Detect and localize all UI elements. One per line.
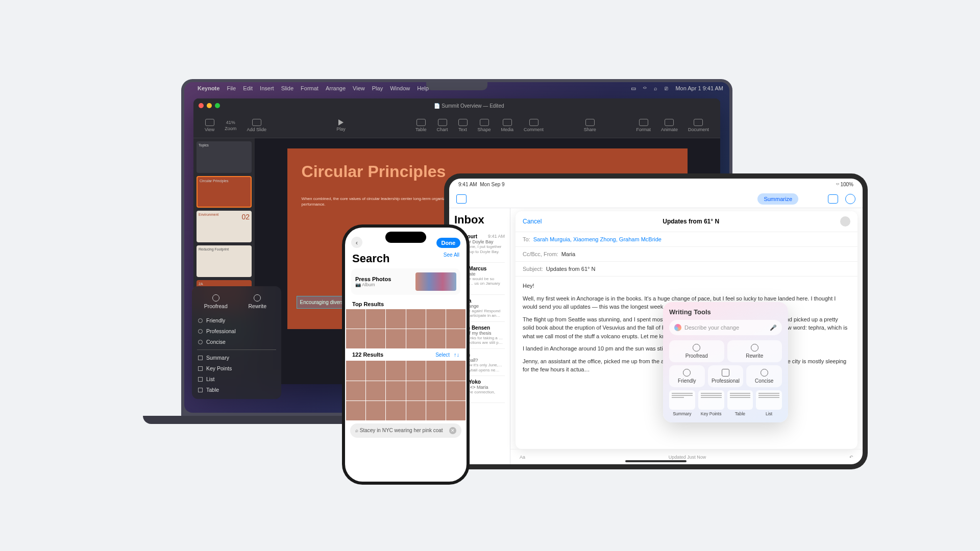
menu-play[interactable]: Play — [372, 85, 383, 91]
photo-thumb[interactable] — [426, 361, 446, 380]
tool-comment[interactable]: Comment — [519, 119, 549, 132]
tool-text[interactable]: Text — [453, 119, 473, 132]
photo-thumb[interactable] — [446, 329, 465, 348]
photo-thumb[interactable] — [346, 361, 365, 380]
photo-thumb[interactable] — [386, 401, 405, 420]
compose-icon[interactable] — [828, 194, 838, 204]
slide-thumb[interactable]: Reducing Footprint — [197, 245, 252, 277]
tool-add-slide[interactable]: Add Slide — [241, 119, 272, 132]
menu-insert[interactable]: Insert — [260, 85, 274, 91]
slide-thumb[interactable]: Topics — [197, 141, 252, 173]
menu-help[interactable]: Help — [417, 85, 429, 91]
photo-thumb[interactable] — [366, 361, 385, 380]
more-icon[interactable] — [845, 194, 855, 204]
photo-thumb[interactable] — [366, 329, 385, 348]
menu-view[interactable]: View — [353, 85, 365, 91]
menu-format[interactable]: Format — [301, 85, 318, 91]
menubar-app[interactable]: Keynote — [198, 85, 219, 91]
cancel-button[interactable]: Cancel — [523, 218, 542, 225]
tool-zoom[interactable]: 41%Zoom — [219, 120, 241, 131]
tool-document[interactable]: Document — [683, 119, 714, 132]
summarize-button[interactable]: Summarize — [757, 193, 798, 205]
photo-thumb[interactable] — [406, 361, 426, 380]
menu-edit[interactable]: Edit — [243, 85, 253, 91]
search-icon[interactable]: ⌕ — [654, 85, 657, 91]
tone-concise[interactable]: Concise — [746, 365, 782, 387]
describe-change-input[interactable]: Describe your change 🎤 — [669, 320, 782, 335]
wifi-icon[interactable]: ⌔ — [643, 85, 647, 91]
battery-icon[interactable]: ▭ — [631, 85, 636, 92]
photo-thumb[interactable] — [426, 329, 446, 348]
photo-thumb[interactable] — [426, 401, 446, 420]
subject-field[interactable]: Subject:Updates from 61° N — [516, 262, 857, 277]
back-button[interactable]: ‹ — [351, 237, 362, 248]
photo-thumb[interactable] — [406, 401, 426, 420]
slide-thumb[interactable]: Circular Principles — [197, 176, 252, 208]
select-button[interactable]: Select — [435, 352, 450, 358]
tool-chart[interactable]: Chart — [432, 119, 453, 132]
photo-thumb[interactable] — [406, 381, 426, 400]
clear-search-icon[interactable]: ✕ — [449, 427, 456, 434]
photo-thumb[interactable] — [346, 309, 365, 329]
slide-thumb[interactable]: Environment 02 — [197, 211, 252, 242]
tool-share[interactable]: Share — [579, 119, 601, 132]
proofread-button[interactable]: Proofread — [669, 340, 724, 362]
tone-concise[interactable]: Concise — [197, 338, 276, 346]
menu-arrange[interactable]: Arrange — [326, 85, 346, 91]
tone-friendly[interactable]: Friendly — [197, 316, 276, 324]
microphone-icon[interactable]: 🎤 — [770, 324, 777, 331]
menu-window[interactable]: Window — [390, 85, 410, 91]
see-all-link[interactable]: See All — [444, 252, 459, 258]
tone-professional[interactable]: Professional — [197, 327, 276, 335]
action-list[interactable]: List — [756, 390, 782, 416]
undo-icon[interactable]: ↶ — [849, 455, 853, 460]
tool-format[interactable]: Format — [631, 119, 656, 132]
photo-thumb[interactable] — [386, 309, 405, 329]
photo-thumb[interactable] — [406, 329, 426, 348]
menu-slide[interactable]: Slide — [281, 85, 293, 91]
tool-media[interactable]: Media — [496, 119, 519, 132]
photo-thumb[interactable] — [426, 381, 446, 400]
tool-table[interactable]: Table — [410, 119, 432, 132]
photo-thumb[interactable] — [406, 309, 426, 329]
photo-thumb[interactable] — [346, 381, 365, 400]
action-list[interactable]: List — [197, 375, 276, 383]
menu-file[interactable]: File — [227, 85, 236, 91]
tone-professional[interactable]: Professional — [708, 365, 744, 387]
photo-thumb[interactable] — [446, 309, 465, 329]
action-summary[interactable]: Summary — [669, 390, 695, 416]
to-field[interactable]: To:Sarah Murguia, Xiaomeng Zhong, Graham… — [516, 232, 857, 247]
menubar-datetime[interactable]: Mon Apr 1 9:41 AM — [675, 85, 723, 91]
format-bar-icon[interactable]: Aa — [520, 455, 525, 460]
tool-shape[interactable]: Shape — [473, 119, 496, 132]
photo-thumb[interactable] — [386, 361, 405, 380]
action-key-points[interactable]: Key Points — [698, 390, 724, 416]
action-key-points[interactable]: Key Points — [197, 364, 276, 372]
photo-thumb[interactable] — [446, 361, 465, 380]
photo-thumb[interactable] — [386, 381, 405, 400]
done-button[interactable]: Done — [436, 238, 461, 248]
photo-thumb[interactable] — [446, 401, 465, 420]
search-field[interactable]: ⌕ Stacey in NYC wearing her pink coat ✕ — [350, 423, 461, 438]
action-table[interactable]: Table — [727, 390, 753, 416]
sort-icon[interactable]: ↑↓ — [454, 352, 459, 358]
photo-thumb[interactable] — [426, 309, 446, 329]
photo-thumb[interactable] — [386, 329, 405, 348]
tool-view[interactable]: View — [200, 119, 219, 132]
photo-thumb[interactable] — [366, 309, 385, 329]
album-result-card[interactable]: Press Photos📷 Album — [351, 268, 460, 295]
tool-animate[interactable]: Animate — [656, 119, 683, 132]
tool-play[interactable]: Play — [331, 119, 351, 132]
window-traffic-lights[interactable] — [199, 103, 220, 108]
rewrite-button[interactable]: Rewrite — [727, 340, 782, 362]
action-table[interactable]: Table — [197, 386, 276, 394]
photo-thumb[interactable] — [346, 401, 365, 420]
home-indicator[interactable] — [625, 460, 687, 462]
sidebar-toggle-icon[interactable] — [456, 194, 467, 204]
photo-thumb[interactable] — [346, 329, 365, 348]
proofread-button[interactable]: Proofread — [197, 291, 235, 312]
action-summary[interactable]: Summary — [197, 354, 276, 362]
photo-thumb[interactable] — [446, 381, 465, 400]
cc-field[interactable]: Cc/Bcc, From:Maria — [516, 247, 857, 262]
rewrite-button[interactable]: Rewrite — [239, 291, 277, 312]
